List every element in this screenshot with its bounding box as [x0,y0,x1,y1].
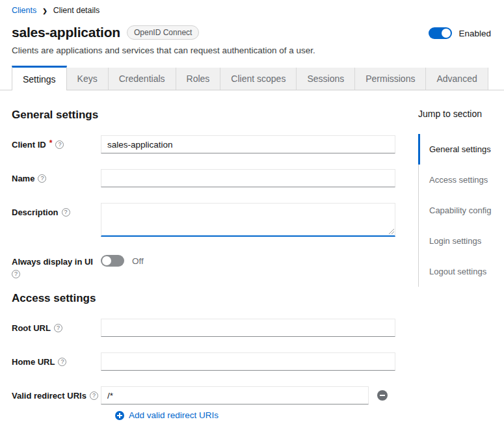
root-url-row: Root URL ? [12,319,395,337]
tab-credentials[interactable]: Credentials [109,68,176,90]
client-id-row: Client ID * ? [12,135,395,153]
valid-redirect-uri-input[interactable] [101,386,369,404]
access-settings-heading: Access settings [12,291,395,306]
help-icon[interactable]: ? [54,324,62,332]
help-icon[interactable]: ? [58,358,66,366]
name-input[interactable] [101,169,395,187]
tab-advanced[interactable]: Advanced [426,68,488,90]
help-icon[interactable]: ? [62,208,70,217]
toggle-knob [102,256,111,265]
add-redirect-uri-link[interactable]: Add valid redirect URIs [115,410,395,420]
help-icon[interactable]: ? [38,174,46,183]
rail-item-access-settings[interactable]: Access settings [419,165,492,195]
page-header: sales-application OpenID Connect Enabled [12,25,492,40]
client-tabs: Settings Keys Credentials Roles Client s… [0,66,504,90]
general-settings-heading: General settings [12,108,395,122]
always-display-label: Always display in UI [12,257,93,267]
breadcrumb-current: Client details [53,6,100,15]
enabled-toggle[interactable] [429,27,452,39]
home-url-row: Home URL ? [12,352,395,371]
rail-item-logout-settings[interactable]: Logout settings [419,256,492,287]
breadcrumb: Clients ❯ Client details [12,6,492,15]
jump-to-section-title: Jump to section [418,108,492,120]
chevron-right-icon: ❯ [42,8,47,14]
name-label: Name [12,174,34,183]
always-display-toggle[interactable] [101,255,124,267]
description-textarea[interactable] [101,203,395,237]
jump-to-section-rail: Jump to section General settings Access … [418,108,492,424]
tab-roles[interactable]: Roles [176,68,221,90]
add-redirect-uri-label: Add valid redirect URIs [129,410,219,420]
valid-redirect-uris-label: Valid redirect URIs [12,391,86,401]
rail-item-login-settings[interactable]: Login settings [419,226,492,256]
description-row: Description ? [12,203,395,237]
help-icon[interactable]: ? [55,140,64,149]
client-id-label: Client ID [12,140,46,150]
tab-permissions[interactable]: Permissions [355,68,426,90]
name-row: Name ? [12,169,395,187]
help-icon[interactable]: ? [90,391,98,400]
tab-settings[interactable]: Settings [12,66,67,90]
home-url-input[interactable] [101,352,395,371]
description-label: Description [12,207,59,217]
tab-client-scopes[interactable]: Client scopes [220,68,297,90]
tab-sessions[interactable]: Sessions [297,68,355,90]
settings-form: General settings Client ID * ? Name ? [12,108,395,424]
breadcrumb-clients-link[interactable]: Clients [12,6,36,15]
client-id-input[interactable] [101,135,395,153]
tab-keys[interactable]: Keys [67,68,109,90]
remove-redirect-uri-button[interactable] [377,390,388,401]
required-asterisk: * [49,139,53,148]
plus-circle-icon [115,411,124,420]
rail-item-general-settings[interactable]: General settings [419,134,492,165]
valid-redirect-uris-row: Valid redirect URIs ? Add valid redirect… [12,386,395,420]
enabled-toggle-label: Enabled [458,29,491,38]
root-url-input[interactable] [101,319,395,337]
protocol-badge: OpenID Connect [127,25,199,40]
home-url-label: Home URL [12,357,55,367]
always-display-row: Always display in UI ? Off [12,252,395,278]
page-title: sales-application [12,25,120,40]
client-details-page: Clients ❯ Client details sales-applicati… [0,0,504,424]
root-url-label: Root URL [12,323,51,333]
always-display-state-label: Off [132,256,144,266]
toggle-knob [442,29,451,38]
page-subtitle: Clients are applications and services th… [12,46,492,55]
rail-item-capability-config[interactable]: Capability config [419,195,492,226]
help-icon[interactable]: ? [12,270,20,278]
